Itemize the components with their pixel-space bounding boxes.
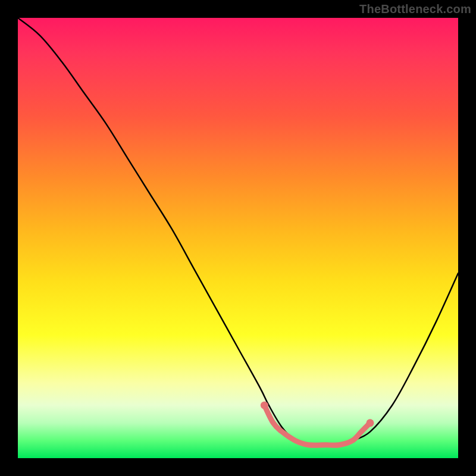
- plot-area: [18, 18, 458, 458]
- highlight-dot: [367, 419, 374, 427]
- minimum-end-dots: [261, 402, 374, 427]
- chart-frame: TheBottleneck.com: [0, 0, 476, 476]
- watermark-text: TheBottleneck.com: [359, 2, 471, 16]
- curve-svg: [18, 18, 458, 458]
- bottleneck-curve: [18, 18, 458, 445]
- highlight-dot: [261, 402, 268, 409]
